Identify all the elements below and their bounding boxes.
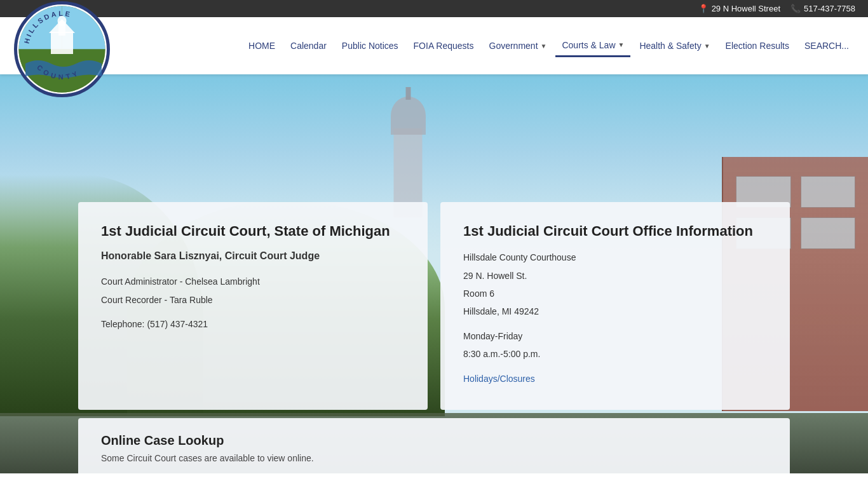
card-right-addr2: 29 N. Howell St. bbox=[463, 269, 767, 283]
main-nav: HOME Calendar Public Notices FOIA Reques… bbox=[140, 35, 855, 57]
phone-icon: 📞 bbox=[790, 4, 801, 13]
card-left-telephone: Telephone: (517) 437-4321 bbox=[101, 317, 405, 331]
cards-container: 1st Judicial Circuit Court, State of Mic… bbox=[78, 202, 790, 410]
nav-search[interactable]: SEARCH... bbox=[798, 36, 855, 56]
card-right-addr1: Hillsdale County Courthouse bbox=[463, 250, 767, 264]
location-icon: 📍 bbox=[698, 4, 709, 13]
logo-area: HILLSDALE COUNTY bbox=[13, 0, 140, 98]
bottom-section: Online Case Lookup Some Circuit Court ca… bbox=[78, 418, 790, 473]
phone-info: 📞 517-437-7758 bbox=[790, 4, 855, 13]
hero-section: 1st Judicial Circuit Court, State of Mic… bbox=[0, 74, 868, 473]
address-text: 29 N Howell Street bbox=[712, 4, 780, 13]
card-office-info: 1st Judicial Circuit Court Office Inform… bbox=[440, 202, 790, 410]
nav-election-results[interactable]: Election Results bbox=[719, 36, 796, 56]
nav-government[interactable]: Government ▼ bbox=[483, 36, 553, 56]
chevron-down-icon: ▼ bbox=[618, 41, 625, 48]
card-right-hours: 8:30 a.m.-5:00 p.m. bbox=[463, 347, 767, 361]
nav-health-safety[interactable]: Health & Safety ▼ bbox=[633, 36, 716, 56]
logo: HILLSDALE COUNTY bbox=[13, 0, 111, 98]
address-info: 📍 29 N Howell Street bbox=[698, 4, 780, 13]
nav-courts-law[interactable]: Courts & Law ▼ bbox=[555, 35, 630, 57]
online-case-lookup-title: Online Case Lookup bbox=[101, 433, 767, 448]
nav-home[interactable]: HOME bbox=[242, 36, 281, 56]
card-left-recorder: Court Recorder - Tara Ruble bbox=[101, 293, 405, 307]
chevron-down-icon: ▼ bbox=[541, 43, 547, 50]
nav-calendar[interactable]: Calendar bbox=[284, 36, 333, 56]
window bbox=[801, 176, 856, 208]
card-right-addr3: Room 6 bbox=[463, 287, 767, 301]
chevron-down-icon: ▼ bbox=[704, 43, 710, 50]
online-case-lookup-description: Some Circuit Court cases are available t… bbox=[101, 453, 767, 463]
card-right-title: 1st Judicial Circuit Court Office Inform… bbox=[463, 222, 767, 241]
card-left-administrator: Court Administrator - Chelsea Lambright bbox=[101, 274, 405, 288]
card-right-addr4: Hillsdale, MI 49242 bbox=[463, 304, 767, 318]
card-circuit-court: 1st Judicial Circuit Court, State of Mic… bbox=[78, 202, 428, 410]
card-left-judge: Honorable Sara Lisznyai, Circuit Court J… bbox=[101, 250, 405, 262]
nav-container: HILLSDALE COUNTY HOME Calendar Public No… bbox=[0, 17, 868, 74]
card-left-title: 1st Judicial Circuit Court, State of Mic… bbox=[101, 222, 405, 241]
card-right-closures: Holidays/Closures bbox=[463, 372, 767, 386]
card-right-hours-label: Monday-Friday bbox=[463, 329, 767, 343]
closures-link[interactable]: Holidays/Closures bbox=[463, 374, 535, 384]
svg-point-5 bbox=[58, 16, 67, 26]
nav-foia[interactable]: FOIA Requests bbox=[407, 36, 480, 56]
window bbox=[801, 217, 856, 249]
phone-text: 517-437-7758 bbox=[804, 4, 855, 13]
nav-public-notices[interactable]: Public Notices bbox=[336, 36, 405, 56]
